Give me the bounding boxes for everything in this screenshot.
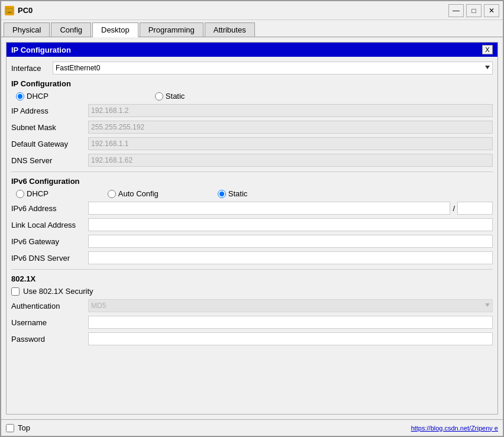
password-label: Password xyxy=(11,335,88,344)
window-title: PC0 xyxy=(18,6,448,15)
interface-select[interactable]: FastEthernet0 xyxy=(53,61,493,75)
static-label: Static xyxy=(166,92,185,101)
panel-body: Interface FastEthernet0 IP Configuration… xyxy=(7,57,497,414)
password-input[interactable] xyxy=(88,332,493,345)
panel-header: IP Configuration X xyxy=(7,43,497,57)
maximize-button[interactable]: □ xyxy=(466,4,482,17)
ipv6-prefix-input[interactable] xyxy=(457,202,493,215)
content-area: IP Configuration X Interface FastEtherne… xyxy=(1,37,503,419)
svg-rect-1 xyxy=(8,12,11,13)
link-local-label: Link Local Address xyxy=(11,221,88,229)
ipv4-section-title: IP Configuration xyxy=(11,79,493,88)
interface-label: Interface xyxy=(11,64,53,73)
ipv6-gateway-input[interactable] xyxy=(88,235,493,248)
ipv6-auto-radio-label[interactable]: Auto Config xyxy=(108,189,159,198)
ipv6-dns-row: IPv6 DNS Server xyxy=(11,251,493,264)
subnet-mask-label: Subnet Mask xyxy=(11,123,88,132)
ipv6-address-row: IPv6 Address / xyxy=(11,202,493,215)
tab-attributes[interactable]: Attributes xyxy=(205,22,255,37)
ipv6-dns-input[interactable] xyxy=(88,251,493,264)
top-checkbox[interactable] xyxy=(6,424,14,432)
panel-title: IP Configuration xyxy=(11,46,71,54)
close-button[interactable]: ✕ xyxy=(484,4,499,17)
title-bar: PC0 — □ ✕ xyxy=(1,1,503,20)
username-input[interactable] xyxy=(88,316,493,329)
tab-programming[interactable]: Programming xyxy=(140,22,203,37)
panel-close-button[interactable]: X xyxy=(482,45,493,54)
app-icon xyxy=(5,6,14,15)
subnet-mask-input[interactable] xyxy=(88,121,493,134)
ipv6-dhcp-radio-label[interactable]: DHCP xyxy=(16,189,49,198)
dns-server-label: DNS Server xyxy=(11,156,88,165)
ip-address-label: IP Address xyxy=(11,106,88,115)
bottom-bar: Top https://blog.csdn.net/Zripeny e xyxy=(1,419,503,436)
use-security-checkbox[interactable] xyxy=(11,287,20,296)
watermark: https://blog.csdn.net/Zripeny e xyxy=(411,425,498,432)
dhcp-radio-label[interactable]: DHCP xyxy=(16,92,49,101)
default-gateway-row: Default Gateway xyxy=(11,137,493,150)
ipv6-static-radio-label[interactable]: Static xyxy=(218,189,248,198)
ipv6-auto-radio[interactable] xyxy=(108,190,116,198)
use-security-row: Use 802.1X Security xyxy=(11,287,493,296)
ipv6-address-input[interactable] xyxy=(88,202,450,215)
tab-desktop[interactable]: Desktop xyxy=(92,22,138,37)
dns-server-row: DNS Server xyxy=(11,154,493,167)
static-radio-label[interactable]: Static xyxy=(155,92,185,101)
username-label: Username xyxy=(11,318,88,327)
minimize-button[interactable]: — xyxy=(448,4,464,17)
ipv6-slash: / xyxy=(450,204,457,213)
ipv6-address-label: IPv6 Address xyxy=(11,204,88,213)
tab-physical[interactable]: Physical xyxy=(4,22,50,37)
dns-server-input[interactable] xyxy=(88,154,493,167)
ipv6-static-label: Static xyxy=(228,189,248,198)
subnet-mask-row: Subnet Mask xyxy=(11,121,493,134)
ipv6-section-title: IPv6 Configuration xyxy=(11,177,493,186)
dhcp-radio[interactable] xyxy=(16,92,24,101)
default-gateway-input[interactable] xyxy=(88,137,493,150)
ip-address-row: IP Address xyxy=(11,104,493,117)
ipv6-radio-row: DHCP Auto Config Static xyxy=(11,189,493,198)
password-row: Password xyxy=(11,332,493,345)
ipv6-gateway-label: IPv6 Gateway xyxy=(11,237,88,246)
tab-bar: Physical Config Desktop Programming Attr… xyxy=(1,20,503,37)
divider-2 xyxy=(11,269,493,270)
link-local-input[interactable] xyxy=(88,218,493,231)
ipv6-static-radio[interactable] xyxy=(218,190,226,198)
dhcp-label: DHCP xyxy=(27,92,49,101)
username-row: Username xyxy=(11,316,493,329)
ipv6-dns-label: IPv6 DNS Server xyxy=(11,254,88,263)
window-controls: — □ ✕ xyxy=(448,4,499,17)
main-window: PC0 — □ ✕ Physical Config Desktop Progra… xyxy=(0,0,504,437)
authentication-row: Authentication MD5 xyxy=(11,299,493,312)
ipv6-dhcp-radio[interactable] xyxy=(16,190,24,198)
ipv4-radio-row: DHCP Static xyxy=(11,92,493,101)
ip-address-input[interactable] xyxy=(88,104,493,117)
ipv6-gateway-row: IPv6 Gateway xyxy=(11,235,493,248)
tab-config[interactable]: Config xyxy=(51,22,91,37)
top-checkbox-row: Top xyxy=(6,423,30,432)
authentication-label: Authentication xyxy=(11,302,88,310)
ipv6-auto-label: Auto Config xyxy=(118,189,159,198)
default-gateway-label: Default Gateway xyxy=(11,140,88,148)
dot1x-section-title: 802.1X xyxy=(11,274,493,283)
interface-row: Interface FastEthernet0 xyxy=(11,61,493,75)
ipv6-dhcp-label: DHCP xyxy=(27,189,49,198)
use-security-label: Use 802.1X Security xyxy=(23,287,93,296)
authentication-select[interactable]: MD5 xyxy=(88,299,493,312)
top-label: Top xyxy=(18,423,30,432)
ip-config-panel: IP Configuration X Interface FastEtherne… xyxy=(6,42,498,415)
link-local-row: Link Local Address xyxy=(11,218,493,231)
divider-1 xyxy=(11,171,493,172)
static-radio[interactable] xyxy=(155,92,163,101)
